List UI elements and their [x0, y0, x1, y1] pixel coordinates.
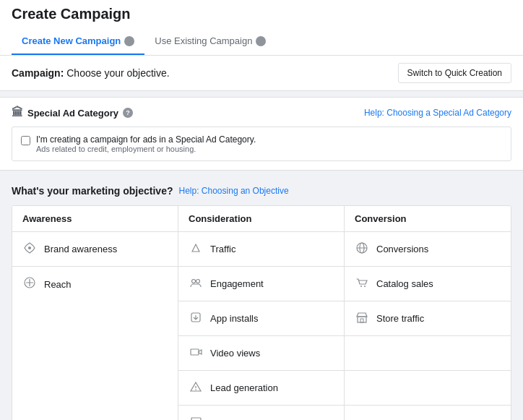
- special-ad-title: 🏛 Special Ad Category ?: [12, 106, 133, 119]
- svg-rect-8: [191, 349, 199, 355]
- campaign-bar: Campaign: Choose your objective. Switch …: [0, 56, 523, 91]
- svg-point-16: [364, 286, 366, 287]
- awareness-column-header: Awareness: [12, 206, 178, 232]
- page-header: Create Campaign Create New Campaign ? Us…: [0, 0, 523, 56]
- special-ad-help-icon[interactable]: ?: [123, 108, 133, 118]
- brand-awareness-label: Brand awareness: [44, 244, 117, 254]
- special-ad-checkbox-main-text: I'm creating a campaign for ads in a Spe…: [36, 134, 256, 145]
- conversions-label: Conversions: [376, 244, 428, 254]
- campaign-label-prefix: Campaign:: [12, 67, 64, 79]
- marketing-section: What's your marketing objective? Help: C…: [0, 176, 523, 420]
- store-traffic-icon: [355, 311, 369, 327]
- tab-create-new-help-icon[interactable]: ?: [124, 36, 134, 46]
- tab-use-existing[interactable]: Use Existing Campaign ?: [144, 28, 276, 55]
- catalog-sales-label: Catalog sales: [376, 278, 433, 289]
- lead-generation-label: Lead generation: [210, 382, 278, 393]
- objective-traffic[interactable]: Traffic: [178, 232, 344, 267]
- special-ad-section: 🏛 Special Ad Category ? Help: Choosing a…: [0, 97, 523, 171]
- video-views-icon: [189, 346, 203, 361]
- campaign-label-text: Choose your objective.: [64, 67, 169, 79]
- awareness-column: Awareness Brand awareness: [12, 206, 178, 420]
- marketing-title-row: What's your marketing objective? Help: C…: [12, 185, 511, 197]
- consideration-column: Consideration Traffic Engagemen: [178, 206, 345, 420]
- reach-icon: [22, 276, 37, 292]
- objective-grid: Awareness Brand awareness: [12, 205, 511, 420]
- objective-video-views[interactable]: Video views: [178, 336, 344, 371]
- tab-create-new[interactable]: Create New Campaign ?: [12, 28, 144, 55]
- campaign-label: Campaign: Choose your objective.: [12, 67, 170, 79]
- conversion-empty-3: [345, 406, 511, 420]
- objective-messages[interactable]: Messages: [178, 406, 344, 420]
- conversions-icon: [355, 241, 369, 257]
- objective-reach[interactable]: Reach: [12, 267, 178, 301]
- svg-point-15: [360, 286, 362, 287]
- svg-marker-4: [192, 244, 199, 252]
- traffic-label: Traffic: [210, 244, 235, 254]
- messages-label: Messages: [210, 418, 253, 421]
- svg-rect-17: [358, 317, 366, 322]
- svg-point-5: [192, 279, 196, 283]
- page-title: Create Campaign: [12, 6, 511, 28]
- conversion-empty-2: [345, 371, 511, 406]
- app-installs-icon: [189, 311, 203, 327]
- marketing-title: What's your marketing objective?: [12, 185, 173, 197]
- switch-quick-creation-button[interactable]: Switch to Quick Creation: [398, 63, 511, 83]
- special-ad-header: 🏛 Special Ad Category ? Help: Choosing a…: [12, 106, 511, 119]
- tab-use-existing-label: Use Existing Campaign: [155, 35, 252, 46]
- svg-point-6: [196, 279, 200, 283]
- tab-use-existing-help-icon[interactable]: ?: [256, 36, 266, 46]
- objective-store-traffic[interactable]: Store traffic: [345, 301, 511, 336]
- conversion-column-header: Conversion: [345, 206, 511, 232]
- special-ad-checkbox-text-container: I'm creating a campaign for ads in a Spe…: [36, 134, 256, 153]
- consideration-column-header: Consideration: [178, 206, 344, 232]
- special-ad-checkbox-sub-text: Ads related to credit, employment or hou…: [36, 145, 256, 153]
- svg-rect-18: [360, 319, 363, 322]
- tabs-container: Create New Campaign ? Use Existing Campa…: [12, 28, 511, 55]
- conversion-column: Conversion Conversions: [345, 206, 511, 420]
- lead-generation-icon: [189, 380, 203, 396]
- traffic-icon: [189, 241, 203, 257]
- svg-point-0: [28, 247, 31, 249]
- objective-app-installs[interactable]: App installs: [178, 301, 344, 336]
- engagement-label: Engagement: [210, 278, 264, 289]
- video-views-label: Video views: [210, 348, 260, 359]
- marketing-help-link[interactable]: Help: Choosing an Objective: [179, 186, 289, 196]
- catalog-sales-icon: [355, 276, 369, 292]
- conversion-empty-1: [345, 336, 511, 371]
- objective-lead-generation[interactable]: Lead generation: [178, 371, 344, 406]
- svg-point-11: [195, 389, 196, 390]
- special-ad-help-link[interactable]: Help: Choosing a Special Ad Category: [364, 108, 511, 118]
- special-ad-checkbox-row: I'm creating a campaign for ads in a Spe…: [12, 127, 511, 161]
- objective-catalog-sales[interactable]: Catalog sales: [345, 267, 511, 301]
- reach-label: Reach: [44, 279, 72, 290]
- messages-icon: [189, 415, 203, 420]
- objective-conversions[interactable]: Conversions: [345, 232, 511, 267]
- app-installs-label: App installs: [210, 313, 258, 324]
- bank-icon: 🏛: [12, 106, 23, 119]
- special-ad-checkbox[interactable]: [21, 136, 30, 145]
- engagement-icon: [189, 276, 203, 292]
- store-traffic-label: Store traffic: [376, 313, 424, 324]
- brand-awareness-icon: [22, 241, 37, 257]
- objective-engagement[interactable]: Engagement: [178, 267, 344, 301]
- special-ad-title-text: Special Ad Category: [27, 108, 118, 119]
- tab-create-new-label: Create New Campaign: [22, 35, 121, 46]
- objective-brand-awareness[interactable]: Brand awareness: [12, 232, 178, 267]
